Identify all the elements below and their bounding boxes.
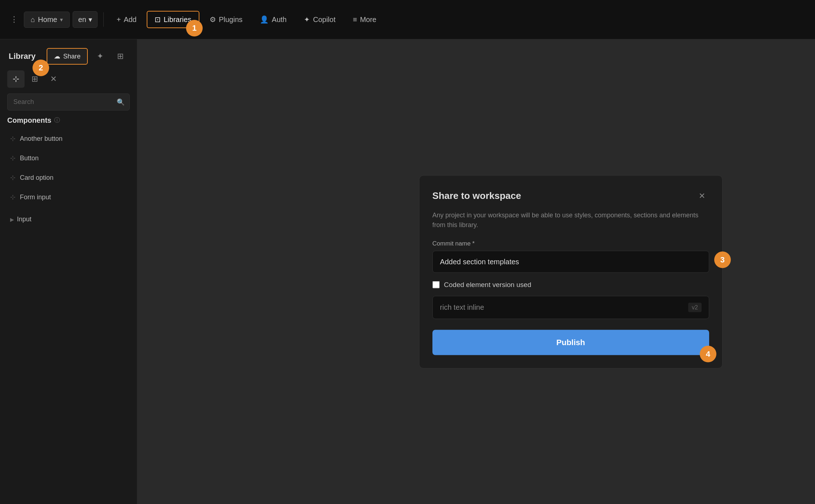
nav-copilot[interactable]: ✦ Copilot	[297, 12, 342, 27]
sidebar: Library ☁ Share ✦ ⊞ 2 ⊹	[0, 39, 137, 504]
nav-plugins[interactable]: ⚙ Plugins	[202, 12, 250, 27]
main-layout: Library ☁ Share ✦ ⊞ 2 ⊹	[0, 39, 815, 504]
lang-label: en	[78, 16, 86, 24]
auth-icon: 👤	[260, 15, 269, 24]
figma-icon-button[interactable]: ✦	[92, 48, 108, 64]
coded-element-checkbox[interactable]	[432, 281, 440, 288]
input-group: ▶ Input	[0, 210, 137, 229]
drag-icon: ⊹	[10, 135, 16, 143]
home-label: Home	[38, 16, 57, 24]
language-selector[interactable]: en ▾	[73, 11, 97, 28]
search-box: 🔍	[7, 94, 130, 110]
richtext-badge: v2	[688, 303, 702, 312]
share-to-workspace-modal: Share to workspace ✕ Any project in your…	[419, 175, 723, 368]
modal-footer: Publish 4	[432, 330, 709, 355]
step-badge-1: 1	[186, 20, 203, 36]
layout-icon: ⊞	[117, 52, 124, 61]
info-icon: ⓘ	[54, 117, 60, 124]
component-label: Card option	[20, 174, 53, 182]
components-icon: ⊞	[31, 74, 38, 84]
drag-icon: ⊹	[10, 154, 16, 162]
nav-auth[interactable]: 👤 Auth	[253, 12, 294, 27]
home-icon: ⌂	[31, 16, 35, 24]
components-section: Components ⓘ ⊹ Another button ⊹ Button ⊹…	[0, 116, 137, 207]
nav-add[interactable]: + Add	[109, 12, 144, 27]
commit-label: Commit name *	[432, 240, 709, 247]
coded-element-label: Coded element version used	[444, 281, 531, 288]
component-label: Another button	[20, 135, 62, 143]
figma-icon: ✦	[97, 52, 103, 61]
add-icon: +	[117, 16, 121, 24]
plugins-icon: ⚙	[210, 15, 216, 24]
coded-element-checkbox-row: Coded element version used	[432, 281, 709, 288]
sidebar-tabs: ⊹ ⊞ ✕	[0, 70, 137, 94]
component-item-another-button[interactable]: ⊹ Another button	[7, 129, 130, 148]
search-input[interactable]	[7, 94, 130, 110]
styles-icon: ✕	[50, 74, 57, 84]
step-badge-4: 4	[700, 346, 716, 362]
component-item-button[interactable]: ⊹ Button	[7, 148, 130, 168]
commit-name-group: Commit name *	[432, 240, 709, 273]
modal-title: Share to workspace	[432, 190, 521, 201]
modal-header: Share to workspace ✕	[432, 188, 709, 203]
home-button[interactable]: ⌂ Home ▾	[24, 12, 70, 28]
sidebar-title: Library	[9, 52, 36, 61]
libraries-icon: ⊡	[155, 15, 161, 24]
modal-close-button[interactable]: ✕	[695, 188, 709, 203]
component-label: Form input	[20, 194, 51, 201]
publish-button[interactable]: Publish	[432, 330, 709, 355]
copilot-label: Copilot	[313, 16, 335, 24]
plugins-label: Plugins	[219, 16, 243, 24]
drag-icon: ⊹	[10, 174, 16, 182]
components-header: Components ⓘ	[7, 116, 130, 125]
layout-icon-button[interactable]: ⊞	[112, 48, 128, 64]
step-badge-3: 3	[714, 251, 731, 268]
share-button-label: Share	[63, 53, 81, 60]
component-item-form-input[interactable]: ⊹ Form input	[7, 187, 130, 207]
top-navigation: ⋮ ⌂ Home ▾ en ▾ + Add ⊡ Libraries ⚙ Plug…	[0, 0, 815, 39]
lang-arrow: ▾	[89, 15, 92, 24]
auth-label: Auth	[272, 16, 286, 24]
toggle-arrow: ▶	[10, 217, 14, 222]
input-group-toggle[interactable]: ▶ Input	[7, 210, 130, 229]
nav-more[interactable]: ≡ More	[346, 12, 384, 27]
sidebar-header: Library ☁ Share ✦ ⊞	[0, 39, 137, 70]
share-icon: ☁	[54, 52, 60, 60]
modal-description: Any project in your workspace will be ab…	[432, 210, 709, 230]
sidebar-actions: ☁ Share ✦ ⊞	[47, 48, 128, 65]
tab-grid[interactable]: ⊹	[7, 70, 25, 88]
richtext-input-row: rich text inline v2	[432, 296, 709, 319]
tab-styles[interactable]: ✕	[45, 70, 62, 88]
input-group-label: Input	[17, 216, 31, 223]
copilot-icon: ✦	[304, 15, 310, 24]
component-item-card-option[interactable]: ⊹ Card option	[7, 168, 130, 187]
component-label: Button	[20, 155, 39, 162]
search-icon: 🔍	[117, 98, 125, 106]
step-badge-2: 2	[33, 60, 49, 76]
menu-dots[interactable]: ⋮	[7, 12, 21, 27]
drag-icon: ⊹	[10, 193, 16, 201]
nav-divider	[103, 12, 104, 27]
grid-icon: ⊹	[13, 74, 19, 84]
home-dropdown-arrow: ▾	[60, 16, 63, 23]
share-button[interactable]: ☁ Share	[47, 48, 88, 65]
components-title: Components	[7, 116, 51, 125]
more-icon: ≡	[353, 16, 357, 24]
commit-name-input[interactable]	[432, 251, 709, 273]
richtext-value: rich text inline	[440, 303, 688, 312]
more-label: More	[360, 16, 376, 24]
canvas-area: Zestify Forge Know Share to workspace ✕ …	[137, 39, 815, 504]
libraries-label: Libraries	[164, 16, 191, 24]
add-label: Add	[124, 16, 137, 24]
